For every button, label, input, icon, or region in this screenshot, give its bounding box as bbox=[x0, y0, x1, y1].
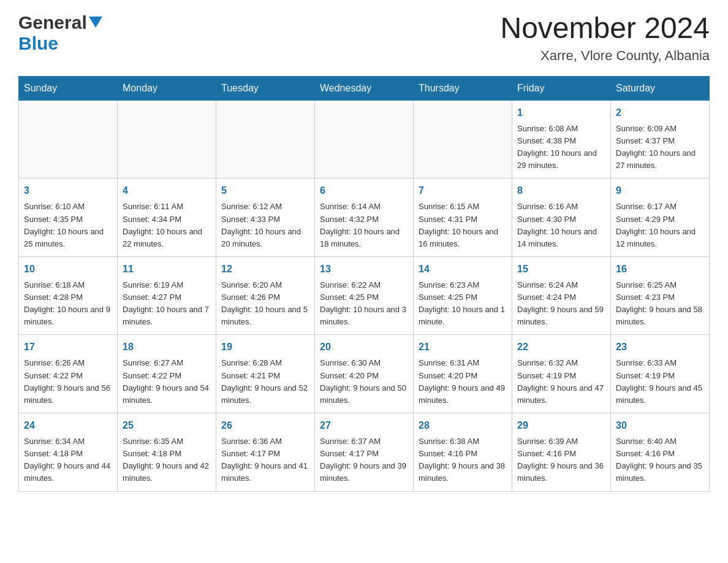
day-info: Sunrise: 6:22 AM Sunset: 4:25 PM Dayligh… bbox=[320, 279, 408, 329]
col-monday: Monday bbox=[118, 76, 216, 100]
day-info: Sunrise: 6:32 AM Sunset: 4:19 PM Dayligh… bbox=[517, 357, 605, 407]
day-number: 19 bbox=[221, 340, 309, 354]
day-number: 15 bbox=[517, 262, 605, 277]
table-row: 20Sunrise: 6:30 AM Sunset: 4:20 PM Dayli… bbox=[315, 335, 414, 413]
location-title: Xarre, Vlore County, Albania bbox=[500, 48, 710, 64]
table-row: 29Sunrise: 6:39 AM Sunset: 4:16 PM Dayli… bbox=[512, 413, 611, 492]
table-row: 12Sunrise: 6:20 AM Sunset: 4:26 PM Dayli… bbox=[216, 256, 315, 335]
day-info: Sunrise: 6:28 AM Sunset: 4:21 PM Dayligh… bbox=[221, 357, 309, 407]
day-info: Sunrise: 6:23 AM Sunset: 4:25 PM Dayligh… bbox=[419, 279, 507, 329]
day-info: Sunrise: 6:17 AM Sunset: 4:29 PM Dayligh… bbox=[616, 201, 704, 250]
day-info: Sunrise: 6:36 AM Sunset: 4:17 PM Dayligh… bbox=[221, 435, 309, 485]
day-number: 6 bbox=[320, 183, 408, 198]
day-info: Sunrise: 6:30 AM Sunset: 4:20 PM Dayligh… bbox=[320, 357, 408, 407]
day-info: Sunrise: 6:33 AM Sunset: 4:19 PM Dayligh… bbox=[616, 357, 704, 407]
logo-blue-text: Blue bbox=[18, 33, 58, 54]
day-info: Sunrise: 6:15 AM Sunset: 4:31 PM Dayligh… bbox=[419, 201, 507, 250]
table-row: 7Sunrise: 6:15 AM Sunset: 4:31 PM Daylig… bbox=[414, 178, 512, 257]
col-tuesday: Tuesday bbox=[216, 76, 315, 100]
day-number: 16 bbox=[616, 262, 704, 277]
day-info: Sunrise: 6:40 AM Sunset: 4:16 PM Dayligh… bbox=[616, 435, 704, 485]
table-row: 19Sunrise: 6:28 AM Sunset: 4:21 PM Dayli… bbox=[216, 335, 315, 413]
day-number: 2 bbox=[616, 105, 704, 120]
table-row: 22Sunrise: 6:32 AM Sunset: 4:19 PM Dayli… bbox=[512, 335, 611, 413]
day-info: Sunrise: 6:39 AM Sunset: 4:16 PM Dayligh… bbox=[517, 435, 605, 485]
day-info: Sunrise: 6:08 AM Sunset: 4:38 PM Dayligh… bbox=[517, 123, 605, 172]
day-number: 20 bbox=[320, 340, 408, 354]
day-number: 9 bbox=[616, 183, 704, 198]
day-info: Sunrise: 6:11 AM Sunset: 4:34 PM Dayligh… bbox=[123, 201, 211, 250]
day-number: 12 bbox=[221, 262, 309, 277]
day-info: Sunrise: 6:34 AM Sunset: 4:18 PM Dayligh… bbox=[24, 435, 112, 485]
day-info: Sunrise: 6:16 AM Sunset: 4:30 PM Dayligh… bbox=[517, 201, 605, 250]
logo: General Blue bbox=[18, 12, 102, 54]
table-row: 11Sunrise: 6:19 AM Sunset: 4:27 PM Dayli… bbox=[118, 256, 216, 335]
day-info: Sunrise: 6:37 AM Sunset: 4:17 PM Dayligh… bbox=[320, 435, 408, 485]
calendar-table: Sunday Monday Tuesday Wednesday Thursday… bbox=[18, 76, 710, 492]
day-number: 1 bbox=[517, 105, 605, 120]
table-row: 8Sunrise: 6:16 AM Sunset: 4:30 PM Daylig… bbox=[512, 178, 611, 257]
day-info: Sunrise: 6:12 AM Sunset: 4:33 PM Dayligh… bbox=[221, 201, 309, 250]
day-number: 8 bbox=[517, 183, 605, 198]
calendar-header-row: Sunday Monday Tuesday Wednesday Thursday… bbox=[19, 76, 710, 100]
table-row: 6Sunrise: 6:14 AM Sunset: 4:32 PM Daylig… bbox=[315, 178, 414, 257]
day-info: Sunrise: 6:14 AM Sunset: 4:32 PM Dayligh… bbox=[320, 201, 408, 250]
day-info: Sunrise: 6:31 AM Sunset: 4:20 PM Dayligh… bbox=[419, 357, 507, 407]
day-info: Sunrise: 6:27 AM Sunset: 4:22 PM Dayligh… bbox=[123, 357, 211, 407]
day-info: Sunrise: 6:24 AM Sunset: 4:24 PM Dayligh… bbox=[517, 279, 605, 329]
day-info: Sunrise: 6:35 AM Sunset: 4:18 PM Dayligh… bbox=[123, 435, 211, 485]
logo-general-text: General bbox=[18, 12, 87, 33]
day-number: 22 bbox=[517, 340, 605, 354]
day-number: 4 bbox=[123, 183, 211, 198]
calendar-week-row: 24Sunrise: 6:34 AM Sunset: 4:18 PM Dayli… bbox=[19, 413, 710, 492]
table-row: 9Sunrise: 6:17 AM Sunset: 4:29 PM Daylig… bbox=[611, 178, 710, 257]
table-row: 28Sunrise: 6:38 AM Sunset: 4:16 PM Dayli… bbox=[414, 413, 512, 492]
col-friday: Friday bbox=[512, 76, 611, 100]
calendar-week-row: 17Sunrise: 6:26 AM Sunset: 4:22 PM Dayli… bbox=[19, 335, 710, 413]
table-row: 13Sunrise: 6:22 AM Sunset: 4:25 PM Dayli… bbox=[315, 256, 414, 335]
table-row: 4Sunrise: 6:11 AM Sunset: 4:34 PM Daylig… bbox=[118, 178, 216, 257]
calendar-week-row: 1Sunrise: 6:08 AM Sunset: 4:38 PM Daylig… bbox=[19, 100, 710, 178]
table-row: 18Sunrise: 6:27 AM Sunset: 4:22 PM Dayli… bbox=[118, 335, 216, 413]
table-row: 15Sunrise: 6:24 AM Sunset: 4:24 PM Dayli… bbox=[512, 256, 611, 335]
table-row: 10Sunrise: 6:18 AM Sunset: 4:28 PM Dayli… bbox=[19, 256, 118, 335]
table-row: 16Sunrise: 6:25 AM Sunset: 4:23 PM Dayli… bbox=[611, 256, 710, 335]
day-info: Sunrise: 6:18 AM Sunset: 4:28 PM Dayligh… bbox=[24, 279, 112, 329]
day-number: 29 bbox=[517, 418, 605, 433]
day-number: 7 bbox=[419, 183, 507, 198]
table-row bbox=[118, 100, 216, 178]
day-number: 28 bbox=[419, 418, 507, 433]
day-number: 26 bbox=[221, 418, 309, 433]
day-number: 18 bbox=[123, 340, 211, 354]
day-number: 5 bbox=[221, 183, 309, 198]
table-row: 17Sunrise: 6:26 AM Sunset: 4:22 PM Dayli… bbox=[19, 335, 118, 413]
col-thursday: Thursday bbox=[414, 76, 512, 100]
day-number: 3 bbox=[24, 183, 112, 198]
table-row: 23Sunrise: 6:33 AM Sunset: 4:19 PM Dayli… bbox=[611, 335, 710, 413]
table-row bbox=[19, 100, 118, 178]
table-row bbox=[414, 100, 512, 178]
col-sunday: Sunday bbox=[19, 76, 118, 100]
table-row: 25Sunrise: 6:35 AM Sunset: 4:18 PM Dayli… bbox=[118, 413, 216, 492]
calendar-week-row: 3Sunrise: 6:10 AM Sunset: 4:35 PM Daylig… bbox=[19, 178, 710, 257]
day-info: Sunrise: 6:38 AM Sunset: 4:16 PM Dayligh… bbox=[419, 435, 507, 485]
table-row: 2Sunrise: 6:09 AM Sunset: 4:37 PM Daylig… bbox=[611, 100, 710, 178]
day-info: Sunrise: 6:20 AM Sunset: 4:26 PM Dayligh… bbox=[221, 279, 309, 329]
day-info: Sunrise: 6:19 AM Sunset: 4:27 PM Dayligh… bbox=[123, 279, 211, 329]
col-saturday: Saturday bbox=[611, 76, 710, 100]
day-number: 21 bbox=[419, 340, 507, 354]
day-number: 30 bbox=[616, 418, 704, 433]
calendar-week-row: 10Sunrise: 6:18 AM Sunset: 4:28 PM Dayli… bbox=[19, 256, 710, 335]
day-number: 10 bbox=[24, 262, 112, 277]
table-row: 3Sunrise: 6:10 AM Sunset: 4:35 PM Daylig… bbox=[19, 178, 118, 257]
day-number: 14 bbox=[419, 262, 507, 277]
day-info: Sunrise: 6:25 AM Sunset: 4:23 PM Dayligh… bbox=[616, 279, 704, 329]
day-number: 25 bbox=[123, 418, 211, 433]
day-info: Sunrise: 6:26 AM Sunset: 4:22 PM Dayligh… bbox=[24, 357, 112, 407]
day-number: 17 bbox=[24, 340, 112, 354]
svg-marker-0 bbox=[89, 17, 102, 28]
title-area: November 2024 Xarre, Vlore County, Alban… bbox=[500, 12, 710, 64]
table-row bbox=[216, 100, 315, 178]
table-row: 21Sunrise: 6:31 AM Sunset: 4:20 PM Dayli… bbox=[414, 335, 512, 413]
table-row: 5Sunrise: 6:12 AM Sunset: 4:33 PM Daylig… bbox=[216, 178, 315, 257]
